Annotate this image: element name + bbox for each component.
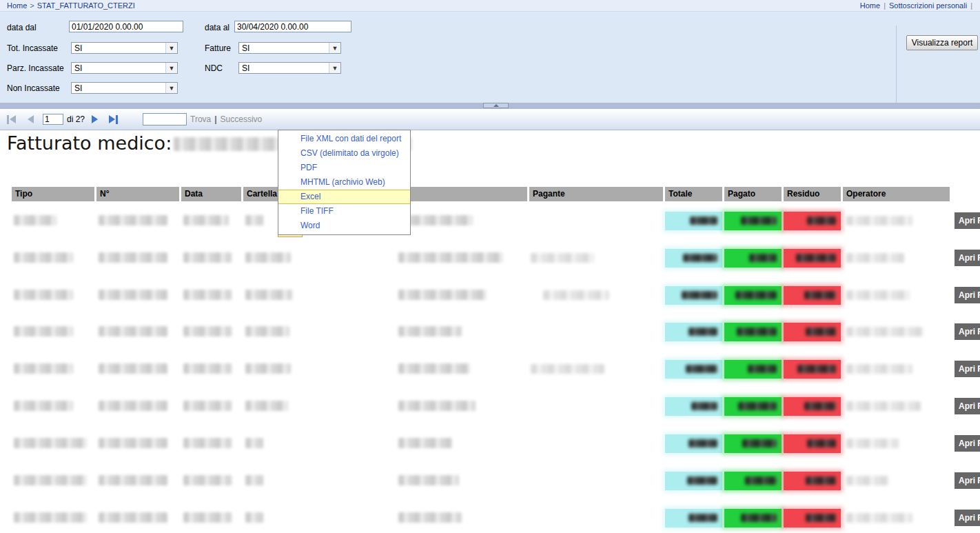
apri-button[interactable]: Apri F bbox=[955, 361, 980, 377]
apri-button[interactable]: Apri F bbox=[955, 398, 980, 414]
previous-page-button[interactable] bbox=[28, 109, 34, 130]
chevron-down-icon: ▼ bbox=[165, 83, 177, 93]
cell-totale-value bbox=[665, 323, 722, 341]
cell-data-redacted bbox=[183, 252, 232, 263]
cell-numero-redacted bbox=[99, 326, 167, 336]
breadcrumb: Home>STAT_FATTURATO_CTERZI bbox=[7, 1, 135, 10]
cell-pagato-amount-redacted bbox=[738, 402, 777, 410]
cell-residuo-amount-redacted bbox=[806, 476, 836, 485]
export-menu-item-pdf[interactable]: PDF bbox=[278, 161, 410, 175]
cell-data-redacted bbox=[183, 475, 232, 485]
breadcrumb-current-link[interactable]: STAT_FATTURATO_CTERZI bbox=[37, 1, 135, 10]
ndc-label: NDC bbox=[205, 63, 223, 73]
export-menu-item-excel[interactable]: Excel bbox=[278, 190, 410, 204]
chevron-up-icon bbox=[493, 104, 499, 107]
cell-residuo-value bbox=[784, 212, 841, 230]
cell-totale-value bbox=[665, 434, 722, 453]
cell-operatore-redacted bbox=[846, 216, 912, 225]
cell-pagato-amount-redacted bbox=[748, 365, 777, 373]
export-menu-item-file-tiff[interactable]: File TIFF bbox=[278, 204, 410, 219]
cell-pagato-value bbox=[724, 434, 782, 453]
column-header-operatore: Operatore bbox=[843, 187, 950, 201]
nav-subscriptions-link[interactable]: Sottoscrizioni personali bbox=[889, 1, 967, 10]
cell-paziente-redacted bbox=[398, 438, 452, 448]
search-input[interactable] bbox=[143, 113, 187, 125]
apri-button[interactable]: Apri F bbox=[955, 250, 980, 266]
cell-tipo-redacted bbox=[14, 512, 87, 523]
next-page-icon bbox=[92, 115, 98, 123]
cell-operatore-redacted bbox=[846, 327, 923, 336]
cell-residuo-amount-redacted bbox=[804, 402, 836, 410]
cell-numero-redacted bbox=[99, 438, 167, 448]
apri-button[interactable]: Apri F bbox=[955, 510, 980, 526]
apri-button[interactable]: Apri F bbox=[955, 287, 980, 303]
apri-button[interactable]: Apri F bbox=[955, 323, 980, 340]
find-link[interactable]: Trova bbox=[190, 114, 211, 124]
cell-cartella-redacted bbox=[245, 512, 263, 523]
apri-button[interactable]: Apri F bbox=[955, 212, 980, 229]
nav-home-link[interactable]: Home bbox=[860, 1, 880, 10]
apri-button[interactable]: Apri F bbox=[955, 472, 980, 489]
export-menu-item-csv-delimitato-da-virgole-[interactable]: CSV (delimitato da virgole) bbox=[278, 146, 410, 161]
cell-numero-redacted bbox=[99, 512, 167, 523]
cell-paziente-redacted bbox=[398, 326, 462, 336]
cell-tipo-redacted bbox=[14, 290, 73, 300]
cell-tipo-redacted bbox=[14, 215, 57, 225]
parz-incassate-select[interactable]: SI ▼ bbox=[71, 62, 178, 74]
parz-incassate-value: SI bbox=[72, 63, 165, 73]
tot-incassate-select[interactable]: SI ▼ bbox=[71, 42, 178, 54]
cell-residuo-amount-redacted bbox=[806, 328, 836, 336]
cell-residuo-value bbox=[784, 509, 841, 527]
data-dal-input[interactable] bbox=[69, 21, 183, 32]
cell-pagante-redacted bbox=[531, 253, 594, 263]
cell-totale-value bbox=[665, 286, 722, 305]
cell-residuo-amount-redacted bbox=[807, 217, 836, 225]
last-page-button[interactable] bbox=[109, 109, 118, 130]
non-incassate-select[interactable]: SI ▼ bbox=[71, 82, 178, 94]
apri-button[interactable]: Apri F bbox=[955, 435, 980, 452]
nav-separator: | bbox=[884, 1, 886, 10]
column-header-pagato: Pagato bbox=[724, 187, 782, 201]
collapse-parameters-handle[interactable] bbox=[483, 103, 509, 108]
cell-tipo-redacted bbox=[14, 326, 73, 336]
cell-paziente-redacted bbox=[398, 401, 476, 411]
cell-data-redacted bbox=[183, 290, 232, 300]
next-page-button[interactable] bbox=[92, 109, 98, 130]
breadcrumb-home-link[interactable]: Home bbox=[7, 1, 27, 10]
cell-totale-value bbox=[665, 249, 722, 268]
chevron-down-icon: ▼ bbox=[329, 43, 340, 53]
fatture-select[interactable]: SI ▼ bbox=[238, 42, 341, 54]
cell-paziente-redacted bbox=[398, 475, 459, 485]
cell-tipo-redacted bbox=[14, 438, 87, 448]
export-menu-item-file-xml-con-dati-del-report[interactable]: File XML con dati del report bbox=[278, 132, 410, 146]
cell-totale-amount-redacted bbox=[688, 514, 717, 522]
last-page-icon bbox=[116, 115, 118, 124]
cell-pagato-amount-redacted bbox=[741, 217, 777, 225]
data-al-input[interactable] bbox=[234, 21, 351, 32]
ndc-select[interactable]: SI ▼ bbox=[238, 62, 341, 74]
first-page-icon bbox=[7, 115, 9, 124]
cell-operatore-redacted bbox=[846, 513, 912, 523]
cell-residuo-value bbox=[784, 286, 841, 305]
page-number-input[interactable] bbox=[43, 114, 63, 125]
cell-totale-amount-redacted bbox=[682, 291, 717, 299]
first-page-button[interactable] bbox=[7, 109, 16, 130]
export-menu-item-mhtml-archivio-web-[interactable]: MHTML (archivio Web) bbox=[278, 175, 410, 190]
export-menu-item-word[interactable]: Word bbox=[278, 219, 410, 233]
cell-tipo-redacted bbox=[14, 401, 73, 411]
cell-operatore-redacted bbox=[846, 364, 912, 374]
cell-operatore-redacted bbox=[846, 401, 921, 411]
report-toolbar: di 2? Trova | Successivo ▼ bbox=[0, 109, 980, 130]
find-next-link[interactable]: Successivo bbox=[221, 114, 263, 124]
cell-pagato-amount-redacted bbox=[741, 514, 777, 522]
previous-page-icon bbox=[28, 115, 34, 123]
fatture-value: SI bbox=[239, 43, 329, 53]
cell-totale-amount-redacted bbox=[688, 439, 717, 447]
find-controls: Trova | Successivo bbox=[190, 109, 262, 130]
cell-pagato-value bbox=[724, 286, 782, 305]
visualizza-report-button[interactable]: Visualizza report bbox=[906, 35, 978, 50]
user-nav: Home|Sottoscrizioni personali| bbox=[860, 1, 976, 10]
cell-numero-redacted bbox=[99, 252, 167, 263]
cell-totale-amount-redacted bbox=[691, 402, 717, 410]
cell-paziente-redacted bbox=[398, 252, 503, 263]
